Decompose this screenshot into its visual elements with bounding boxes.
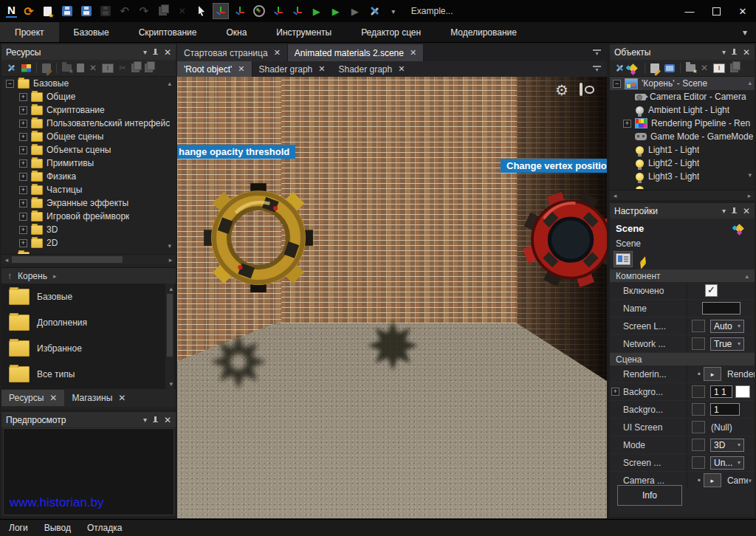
scroll-down-icon[interactable]: ▾ [748, 171, 752, 179]
pin-icon[interactable] [153, 416, 158, 424]
close-icon[interactable]: ✕ [743, 47, 750, 58]
collapse-icon[interactable] [613, 80, 621, 88]
resources-hscrollbar[interactable]: ◂ ▸ [1, 254, 176, 264]
menu-project[interactable]: Проект [0, 22, 59, 42]
scroll-down-icon[interactable]: ▾ [168, 242, 171, 250]
list-item[interactable]: Все типы [1, 361, 176, 387]
scroll-thumb[interactable] [12, 256, 123, 263]
tree-item[interactable]: Частицы [1, 183, 176, 196]
open-window-icon[interactable] [664, 64, 675, 72]
folder-list-scrollbar[interactable]: ▴ ▾ [165, 284, 174, 389]
toolbar-overflow-icon[interactable]: ▾ [386, 4, 401, 18]
section-scene[interactable]: Сцена [610, 353, 755, 365]
scale-gizmo-icon[interactable] [271, 4, 286, 18]
expand-reference-button[interactable]: ▸ [704, 367, 721, 381]
expand-icon[interactable] [19, 239, 27, 247]
rename-icon[interactable]: I [713, 63, 725, 73]
network-dropdown[interactable]: True▾ [710, 337, 744, 351]
tree-item-partial[interactable] [610, 183, 755, 189]
menu-windows[interactable]: Окна [211, 22, 261, 42]
scroll-up-icon[interactable]: ▴ [168, 80, 171, 87]
expand-icon[interactable] [19, 120, 27, 128]
close-button[interactable]: ✕ [729, 0, 756, 22]
list-item[interactable]: Дополнения [1, 309, 176, 335]
new-resource-icon[interactable] [41, 4, 55, 18]
tab-shader-graph-1[interactable]: Shader graph✕ [252, 61, 332, 77]
tree-item[interactable]: Примитивы [1, 157, 176, 170]
menu-scene-editor[interactable]: Редактор сцен [346, 22, 436, 42]
move-gizmo-icon[interactable] [213, 4, 228, 18]
tree-item[interactable]: Базовые [1, 77, 176, 90]
tree-item[interactable]: Общие [1, 90, 176, 103]
tools-icon[interactable] [367, 4, 382, 18]
tab-root-object[interactable]: 'Root object'✕ [177, 61, 252, 77]
chevron-down-icon[interactable]: ▾ [143, 48, 147, 56]
transform-gizmo-icon[interactable] [290, 4, 305, 18]
default-box[interactable] [692, 421, 705, 433]
play-icon[interactable]: ▶ [309, 4, 324, 18]
transform-tool-icon[interactable] [628, 63, 638, 73]
statusbar-debug[interactable]: Отладка [87, 523, 122, 533]
pin-icon[interactable] [153, 49, 158, 56]
tree-item[interactable]: Light2 - Light [610, 157, 755, 170]
info-button[interactable]: Info [617, 485, 682, 506]
chevron-down-icon[interactable]: ▾ [722, 48, 726, 56]
sync-icon[interactable]: ⟳ [21, 4, 36, 18]
default-box[interactable] [692, 403, 705, 416]
screen-dropdown[interactable]: Un...▾ [710, 456, 744, 470]
statusbar-logs[interactable]: Логи [9, 523, 28, 533]
scroll-up-icon[interactable]: ▴ [745, 272, 749, 280]
save-icon[interactable] [60, 4, 75, 18]
new-object-icon[interactable] [686, 64, 695, 72]
play-second-icon[interactable]: ▶ [329, 4, 343, 18]
expand-icon[interactable] [19, 213, 27, 221]
scroll-thumb[interactable] [167, 294, 173, 357]
chevron-down-icon[interactable]: ▾ [143, 416, 147, 424]
tab-scene-document[interactable]: Animated materials 2.scene✕ [288, 44, 424, 61]
settings-tools-icon[interactable] [615, 63, 624, 72]
close-icon[interactable]: ✕ [274, 48, 281, 58]
select-cursor-icon[interactable] [194, 4, 209, 18]
close-icon[interactable]: ✕ [164, 415, 171, 425]
tree-item[interactable]: 3D [1, 223, 176, 236]
tree-item[interactable]: Light3 - Light [610, 170, 755, 183]
section-component[interactable]: Компонент ▴ [610, 269, 755, 282]
name-input[interactable] [702, 302, 740, 315]
scroll-down-icon[interactable]: ▾ [748, 477, 752, 484]
background-value-input[interactable]: 1 [710, 403, 740, 416]
categories-icon[interactable] [21, 64, 31, 72]
enabled-checkbox[interactable]: ✓ [705, 284, 718, 297]
tree-item[interactable]: 2D [1, 236, 176, 250]
tree-item[interactable]: Пользовательский интерфейс [1, 117, 176, 130]
statusbar-output[interactable]: Вывод [44, 523, 71, 533]
list-item[interactable]: Базовые [1, 284, 176, 309]
expand-icon[interactable] [623, 120, 631, 128]
collapse-icon[interactable] [6, 80, 14, 88]
scene-viewport[interactable]: hange opacity threshold Change vertex po… [177, 77, 607, 518]
list-item[interactable]: Избранное [1, 335, 176, 361]
restore-button[interactable] [703, 0, 729, 22]
breadcrumb[interactable]: Корень [18, 271, 47, 281]
expand-icon[interactable] [19, 133, 27, 141]
tab-start-page[interactable]: Стартовая страница✕ [177, 44, 288, 61]
default-box[interactable] [692, 456, 705, 469]
expand-icon[interactable] [19, 199, 27, 207]
close-icon[interactable]: ✕ [398, 64, 405, 74]
close-icon[interactable]: ✕ [318, 64, 325, 74]
tree-item[interactable]: Игровой фреймворк [1, 210, 176, 223]
tree-item[interactable]: Скриптование [1, 103, 176, 117]
tree-item[interactable]: 'Корень' - Scene [610, 77, 755, 90]
background-color-input[interactable]: 1 1 [710, 385, 732, 398]
scroll-up-icon[interactable]: ▴ [748, 79, 752, 86]
settings-tools-icon[interactable] [7, 63, 16, 72]
viewport-settings-gear-icon[interactable]: ⚙ [555, 81, 568, 99]
color-swatch[interactable] [735, 385, 750, 398]
pin-icon[interactable] [732, 49, 737, 56]
expand-icon[interactable] [19, 226, 27, 234]
expand-icon[interactable] [19, 173, 27, 181]
tab-overflow-icon[interactable]: ▾ [593, 49, 601, 56]
close-icon[interactable]: ✕ [118, 393, 126, 403]
menu-basic[interactable]: Базовые [59, 22, 124, 42]
scroll-down-icon[interactable]: ▾ [169, 380, 173, 388]
tree-item[interactable]: Light1 - Light [610, 143, 755, 157]
